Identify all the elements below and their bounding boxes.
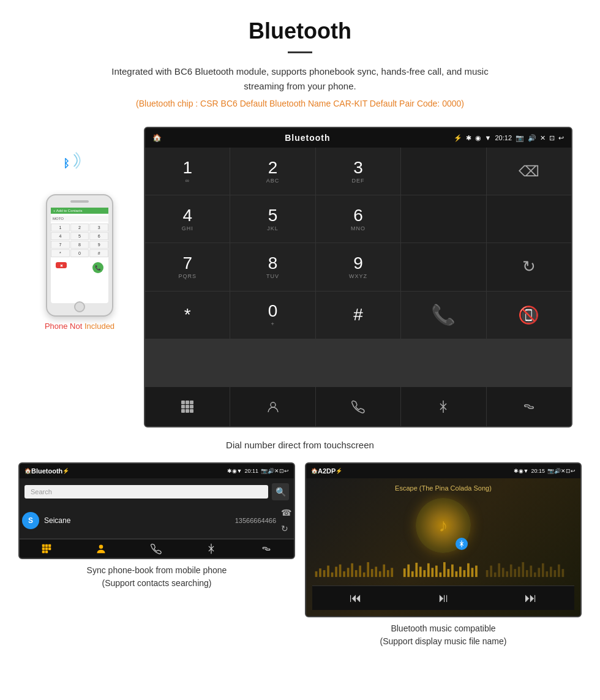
dial-key-9[interactable]: 9 WXYZ xyxy=(316,243,400,290)
phonebook-status-time: 20:11 xyxy=(244,468,258,474)
phonebook-caption-line2: (Support contacts searching) xyxy=(102,578,212,588)
phone-key: 0 xyxy=(70,249,89,257)
phone-side-icon[interactable]: ☎ xyxy=(281,508,291,517)
dial-key-2[interactable]: 2 ABC xyxy=(230,148,315,195)
contact-list: S Seicane 13566664466 ☎ ↻ xyxy=(20,503,294,539)
status-time: 20:12 xyxy=(495,134,512,141)
svg-rect-69 xyxy=(526,570,528,577)
music-status-time: 20:15 xyxy=(531,468,545,474)
pb-link-icon[interactable] xyxy=(261,543,272,554)
skip-forward-icon[interactable]: ⏭ xyxy=(525,591,537,605)
skip-back-icon[interactable]: ⏮ xyxy=(350,591,362,605)
pb-bluetooth-icon[interactable] xyxy=(206,543,217,554)
pb-phone-icon[interactable] xyxy=(151,543,162,554)
svg-rect-11 xyxy=(42,544,45,547)
status-right: ⚡ ✱ ◉ ▼ 20:12 📷 🔊 ✕ ⊡ ↩ xyxy=(454,134,564,142)
svg-rect-67 xyxy=(518,566,520,577)
bluetooth-icon-btn[interactable] xyxy=(401,387,486,426)
wifi-icon-small: ▼ xyxy=(237,468,242,474)
search-icon-btn[interactable]: 🔍 xyxy=(272,483,289,500)
svg-rect-38 xyxy=(387,570,389,577)
phone-key: 9 xyxy=(89,241,108,249)
svg-rect-28 xyxy=(347,568,350,577)
phone-key: # xyxy=(89,249,108,257)
key-num: 5 xyxy=(268,207,278,224)
dial-key-call[interactable]: 📞 xyxy=(401,292,486,339)
phone-key: 2 xyxy=(70,224,89,231)
svg-rect-27 xyxy=(343,571,345,577)
music-caption: Bluetooth music compatible (Support disp… xyxy=(380,622,507,648)
contacts-icon-btn[interactable] xyxy=(230,387,315,426)
music-content: Escape (The Pina Colada Song) ♪ xyxy=(306,478,580,616)
phonebook-caption-line1: Sync phone-book from mobile phone xyxy=(87,565,227,575)
grid-icon xyxy=(181,400,194,413)
music-status-center: A2DP xyxy=(318,467,336,475)
svg-rect-21 xyxy=(319,568,321,577)
dial-key-4[interactable]: 4 GHI xyxy=(145,195,230,243)
camera-icon: 📷 xyxy=(516,134,524,142)
phonebook-status-bar: 🏠 Bluetooth ⚡ ✱ ◉ ▼ 20:11 📷 🔊 ✕ ⊡ ↩ xyxy=(20,464,294,478)
key-num: 3 xyxy=(353,159,363,176)
dial-section: ᛒ + Add to Contacts MOTO 1 2 3 4 5 6 7 8 xyxy=(0,127,600,434)
pb-phone-icon-svg xyxy=(151,543,162,554)
svg-rect-51 xyxy=(448,569,450,577)
play-pause-icon[interactable]: ⏯ xyxy=(437,591,449,605)
svg-rect-17 xyxy=(42,551,45,553)
svg-rect-15 xyxy=(45,548,48,550)
pb-person-icon[interactable] xyxy=(96,543,107,554)
dial-key-8[interactable]: 8 TUV xyxy=(230,243,315,290)
music-screenshot-block: 🏠 A2DP ⚡ ✱ ◉ ▼ 20:15 📷 🔊 ✕ ⊡ ↩ Escape (T… xyxy=(305,462,582,648)
phone-key: 8 xyxy=(70,241,89,249)
link-icon-btn[interactable] xyxy=(487,387,571,426)
svg-rect-29 xyxy=(351,563,353,577)
svg-rect-14 xyxy=(42,548,45,550)
dial-key-1[interactable]: 1 ∞ xyxy=(145,148,230,195)
svg-rect-64 xyxy=(506,571,508,577)
pb-dialpad-icon[interactable] xyxy=(42,544,51,554)
svg-rect-44 xyxy=(419,566,422,577)
svg-rect-20 xyxy=(315,571,318,577)
phone-key: 7 xyxy=(51,241,70,249)
phone-icon-btn[interactable] xyxy=(316,387,401,426)
key-num: # xyxy=(353,306,363,323)
contact-item[interactable]: S Seicane 13566664466 ☎ ↻ xyxy=(20,503,294,539)
dial-key-star[interactable]: * xyxy=(145,292,230,339)
svg-rect-5 xyxy=(186,405,189,408)
dial-key-end-call[interactable]: 📵 xyxy=(487,292,571,339)
svg-rect-52 xyxy=(451,565,454,577)
phone-icon xyxy=(351,400,365,413)
home-icon-small: 🏠 xyxy=(24,468,31,474)
search-bar[interactable]: Search xyxy=(24,485,268,499)
header-description: Integrated with BC6 Bluetooth module, su… xyxy=(98,64,502,94)
fullscreen-icon: ⊡ xyxy=(549,134,555,142)
dial-key-hash[interactable]: # xyxy=(316,292,400,339)
phonebook-search-bar: Search 🔍 xyxy=(20,478,294,503)
phone-not-text: Phone Not xyxy=(45,322,82,331)
dial-key-backspace[interactable]: ⌫ xyxy=(487,148,571,195)
svg-rect-23 xyxy=(327,566,329,578)
svg-rect-41 xyxy=(407,565,410,577)
svg-rect-73 xyxy=(542,563,544,577)
svg-point-10 xyxy=(271,402,276,407)
dial-key-refresh[interactable]: ↻ xyxy=(487,243,571,290)
svg-rect-48 xyxy=(435,566,438,578)
svg-rect-37 xyxy=(383,565,385,577)
key-num: 2 xyxy=(268,159,278,176)
svg-rect-36 xyxy=(379,571,381,577)
vol-icon-small: 🔊 xyxy=(268,468,274,474)
refresh-side-icon[interactable]: ↻ xyxy=(281,524,291,533)
dialpad-icon[interactable] xyxy=(145,387,230,426)
wifi-icon: ▼ xyxy=(485,134,492,141)
dial-key-7[interactable]: 7 PQRS xyxy=(145,243,230,290)
dial-key-5[interactable]: 5 JKL xyxy=(230,195,315,243)
phone-dial-grid: 1 2 3 4 5 6 7 8 9 * 0 # xyxy=(51,224,108,257)
usb-icon-small: ⚡ xyxy=(62,468,69,474)
dial-key-3[interactable]: 3 DEF xyxy=(316,148,400,195)
phonebook-status-center: Bluetooth xyxy=(31,467,62,475)
back-icon: ↩ xyxy=(558,134,564,142)
dial-key-0[interactable]: 0 + xyxy=(230,292,315,339)
key-num: 6 xyxy=(353,207,363,224)
dial-key-6[interactable]: 6 MNO xyxy=(316,195,400,243)
svg-rect-75 xyxy=(550,566,552,577)
svg-rect-24 xyxy=(331,573,334,577)
